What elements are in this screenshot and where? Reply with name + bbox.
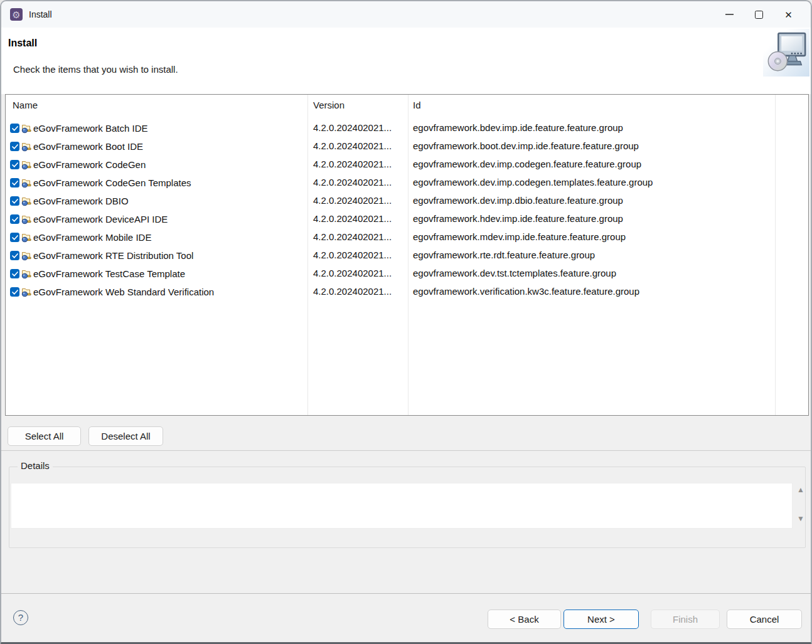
separator <box>1 450 811 451</box>
row-version: 4.2.0.202402021... <box>313 195 392 206</box>
feature-package-icon <box>21 178 32 188</box>
row-checkbox-checked[interactable] <box>10 160 19 169</box>
row-name: eGovFramework Batch IDE <box>33 123 148 134</box>
row-id: egovframework.dev.imp.dbio.feature.featu… <box>413 195 623 206</box>
row-name: eGovFramework Mobile IDE <box>33 232 151 243</box>
row-version: 4.2.0.202402021... <box>313 286 392 297</box>
row-version: 4.2.0.202402021... <box>313 268 392 278</box>
table-row[interactable]: eGovFramework Boot IDE 4.2.0.202402021..… <box>6 137 808 156</box>
next-button[interactable]: Next > <box>564 610 639 629</box>
wizard-header: Install Check the items that you wish to… <box>1 28 811 94</box>
select-all-button[interactable]: Select All <box>8 426 81 446</box>
name-cell: eGovFramework DeviceAPI IDE <box>10 210 306 228</box>
page-title: Install <box>8 38 37 49</box>
row-checkbox-checked[interactable] <box>10 214 19 224</box>
check-icon <box>12 253 18 258</box>
row-name: eGovFramework TestCase Template <box>33 268 185 279</box>
row-id: egovframework.hdev.imp.ide.feature.featu… <box>413 213 623 224</box>
table-row[interactable]: eGovFramework Batch IDE 4.2.0.202402021.… <box>6 119 808 137</box>
name-cell: eGovFramework Mobile IDE <box>10 228 306 246</box>
scroll-down-button[interactable]: ▼ <box>795 514 806 524</box>
row-version: 4.2.0.202402021... <box>313 213 392 224</box>
row-checkbox-checked[interactable] <box>10 251 19 260</box>
check-icon <box>12 144 18 149</box>
monitor-with-cd-icon <box>764 31 808 75</box>
install-dialog-window: ⚙ Install ✕ Install Check the items that… <box>0 0 812 644</box>
row-version: 4.2.0.202402021... <box>313 177 392 187</box>
maximize-icon <box>755 11 763 19</box>
row-checkbox-checked[interactable] <box>10 269 19 278</box>
finish-button[interactable]: Finish <box>651 610 720 629</box>
row-checkbox-checked[interactable] <box>10 287 19 297</box>
scroll-up-button[interactable]: ▲ <box>795 485 806 495</box>
check-icon <box>12 235 18 240</box>
row-version: 4.2.0.202402021... <box>313 159 392 169</box>
table-row[interactable]: eGovFramework CodeGen Templates 4.2.0.20… <box>6 174 808 192</box>
row-checkbox-checked[interactable] <box>10 124 19 133</box>
name-cell: eGovFramework RTE Distribution Tool <box>10 246 306 265</box>
separator <box>1 593 811 594</box>
details-group: Details ▲ ▼ <box>9 467 806 548</box>
row-version: 4.2.0.202402021... <box>313 231 392 242</box>
title-bar: ⚙ Install ✕ <box>1 1 811 28</box>
table-row[interactable]: eGovFramework RTE Distribution Tool 4.2.… <box>6 246 808 265</box>
table-row[interactable]: eGovFramework DBIO 4.2.0.202402021... eg… <box>6 192 808 210</box>
row-name: eGovFramework CodeGen Templates <box>33 177 191 188</box>
name-cell: eGovFramework Batch IDE <box>10 119 306 137</box>
feature-package-icon <box>21 160 32 170</box>
row-id: egovframework.verification.kw3c.feature.… <box>413 286 639 297</box>
row-checkbox-checked[interactable] <box>10 196 19 206</box>
column-header-id[interactable]: Id <box>413 100 421 110</box>
name-cell: eGovFramework Web Standard Verification <box>10 283 306 301</box>
table-body: eGovFramework Batch IDE 4.2.0.202402021.… <box>6 119 808 301</box>
check-icon <box>12 272 18 277</box>
name-cell: eGovFramework CodeGen Templates <box>10 174 306 192</box>
name-cell: eGovFramework CodeGen <box>10 156 306 174</box>
check-icon <box>12 290 18 295</box>
help-button[interactable]: ? <box>13 610 28 625</box>
app-gear-icon: ⚙ <box>10 8 23 21</box>
row-name: eGovFramework Web Standard Verification <box>33 287 214 297</box>
check-icon <box>12 217 18 222</box>
install-items-table: Name Version Id <box>5 94 809 416</box>
row-name: eGovFramework CodeGen <box>33 159 146 170</box>
page-subtitle: Check the items that you wish to install… <box>13 64 178 75</box>
row-version: 4.2.0.202402021... <box>313 140 392 151</box>
row-version: 4.2.0.202402021... <box>313 122 392 133</box>
row-id: egovframework.bdev.imp.ide.feature.featu… <box>413 122 623 133</box>
feature-package-icon <box>21 142 32 152</box>
check-icon <box>12 126 18 131</box>
details-label: Details <box>18 460 53 471</box>
maximize-button[interactable] <box>744 1 774 28</box>
feature-package-icon <box>21 196 32 206</box>
table-row[interactable]: eGovFramework Web Standard Verification … <box>6 283 808 301</box>
feature-package-icon <box>21 287 32 297</box>
minimize-button[interactable] <box>715 1 744 28</box>
deselect-all-button[interactable]: Deselect All <box>88 426 163 446</box>
table-row[interactable]: eGovFramework DeviceAPI IDE 4.2.0.202402… <box>6 210 808 228</box>
name-cell: eGovFramework TestCase Template <box>10 265 306 283</box>
row-name: eGovFramework RTE Distribution Tool <box>33 250 193 261</box>
row-name: eGovFramework DBIO <box>33 196 129 206</box>
close-icon: ✕ <box>784 10 793 19</box>
back-button[interactable]: < Back <box>488 610 561 629</box>
check-icon <box>12 162 18 167</box>
close-button[interactable]: ✕ <box>774 1 803 28</box>
name-cell: eGovFramework Boot IDE <box>10 137 306 156</box>
column-header-version[interactable]: Version <box>313 100 345 110</box>
table-header: Name Version Id <box>6 95 808 119</box>
table-row[interactable]: eGovFramework CodeGen 4.2.0.202402021...… <box>6 156 808 174</box>
row-name: eGovFramework Boot IDE <box>33 141 143 152</box>
feature-package-icon <box>21 233 32 243</box>
row-checkbox-checked[interactable] <box>10 233 19 242</box>
feature-package-icon <box>21 124 32 134</box>
feature-package-icon <box>21 251 32 261</box>
column-header-name[interactable]: Name <box>13 100 38 110</box>
row-checkbox-checked[interactable] <box>10 142 19 151</box>
feature-package-icon <box>21 214 32 224</box>
cancel-button[interactable]: Cancel <box>727 610 802 629</box>
row-checkbox-checked[interactable] <box>10 178 19 187</box>
table-row[interactable]: eGovFramework Mobile IDE 4.2.0.202402021… <box>6 228 808 246</box>
details-textbox[interactable] <box>11 483 793 529</box>
table-row[interactable]: eGovFramework TestCase Template 4.2.0.20… <box>6 265 808 283</box>
